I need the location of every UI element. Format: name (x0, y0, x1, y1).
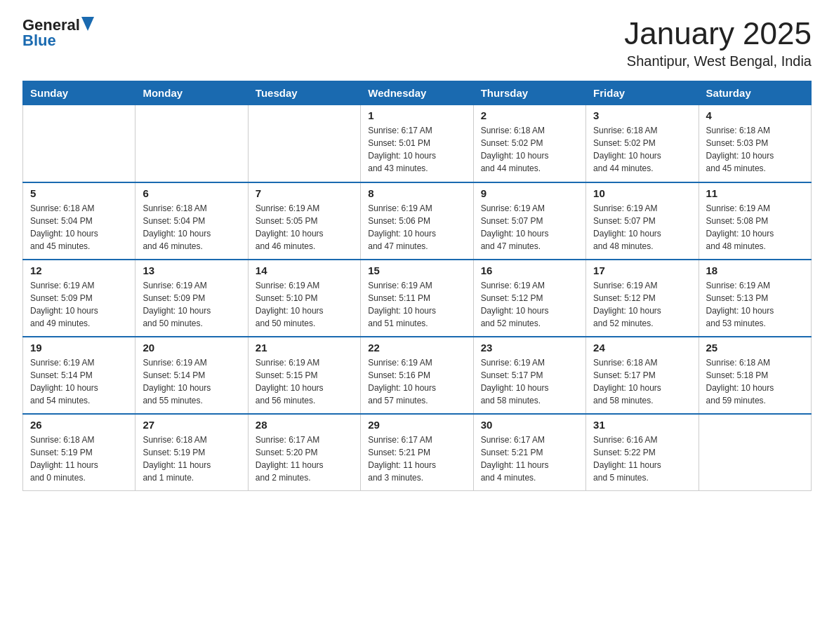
calendar-week-row: 12Sunrise: 6:19 AM Sunset: 5:09 PM Dayli… (23, 260, 812, 337)
calendar-cell: 12Sunrise: 6:19 AM Sunset: 5:09 PM Dayli… (23, 260, 135, 337)
day-header-saturday: Saturday (699, 81, 811, 105)
day-header-friday: Friday (586, 81, 699, 105)
calendar-cell: 29Sunrise: 6:17 AM Sunset: 5:21 PM Dayli… (361, 414, 473, 491)
calendar-cell: 21Sunrise: 6:19 AM Sunset: 5:15 PM Dayli… (248, 337, 360, 414)
day-number: 30 (481, 419, 578, 431)
page-header: General Blue January 2025 Shantipur, Wes… (22, 17, 812, 69)
day-number: 13 (143, 264, 240, 276)
day-info: Sunrise: 6:19 AM Sunset: 5:13 PM Dayligh… (706, 279, 804, 330)
calendar-table: SundayMondayTuesdayWednesdayThursdayFrid… (22, 81, 812, 491)
day-info: Sunrise: 6:19 AM Sunset: 5:09 PM Dayligh… (30, 279, 128, 330)
calendar-cell: 24Sunrise: 6:18 AM Sunset: 5:17 PM Dayli… (586, 337, 699, 414)
calendar-cell: 26Sunrise: 6:18 AM Sunset: 5:19 PM Dayli… (23, 414, 135, 491)
day-number: 24 (593, 342, 691, 354)
day-number: 29 (368, 419, 465, 431)
day-info: Sunrise: 6:18 AM Sunset: 5:18 PM Dayligh… (706, 356, 804, 407)
day-number: 5 (30, 187, 128, 199)
day-number: 8 (368, 187, 465, 199)
calendar-cell: 6Sunrise: 6:18 AM Sunset: 5:04 PM Daylig… (135, 182, 248, 260)
calendar-cell: 28Sunrise: 6:17 AM Sunset: 5:20 PM Dayli… (248, 414, 360, 491)
day-info: Sunrise: 6:18 AM Sunset: 5:19 PM Dayligh… (30, 434, 128, 484)
calendar-header-row: SundayMondayTuesdayWednesdayThursdayFrid… (23, 81, 812, 105)
day-number: 16 (481, 264, 578, 276)
calendar-cell: 18Sunrise: 6:19 AM Sunset: 5:13 PM Dayli… (699, 260, 811, 337)
day-number: 17 (593, 264, 691, 276)
day-info: Sunrise: 6:18 AM Sunset: 5:02 PM Dayligh… (481, 124, 578, 175)
day-info: Sunrise: 6:19 AM Sunset: 5:12 PM Dayligh… (593, 279, 691, 330)
calendar-cell: 4Sunrise: 6:18 AM Sunset: 5:03 PM Daylig… (699, 105, 811, 182)
day-info: Sunrise: 6:19 AM Sunset: 5:10 PM Dayligh… (256, 279, 353, 330)
day-info: Sunrise: 6:19 AM Sunset: 5:16 PM Dayligh… (368, 356, 465, 407)
day-info: Sunrise: 6:19 AM Sunset: 5:11 PM Dayligh… (368, 279, 465, 330)
calendar-cell: 7Sunrise: 6:19 AM Sunset: 5:05 PM Daylig… (248, 182, 360, 260)
day-number: 28 (256, 419, 353, 431)
title-area: January 2025 Shantipur, West Bengal, Ind… (624, 17, 812, 69)
calendar-cell: 10Sunrise: 6:19 AM Sunset: 5:07 PM Dayli… (586, 182, 699, 260)
day-info: Sunrise: 6:17 AM Sunset: 5:21 PM Dayligh… (481, 434, 578, 484)
calendar-cell: 16Sunrise: 6:19 AM Sunset: 5:12 PM Dayli… (473, 260, 585, 337)
calendar-cell: 23Sunrise: 6:19 AM Sunset: 5:17 PM Dayli… (473, 337, 585, 414)
day-info: Sunrise: 6:16 AM Sunset: 5:22 PM Dayligh… (593, 434, 691, 484)
calendar-cell: 30Sunrise: 6:17 AM Sunset: 5:21 PM Dayli… (473, 414, 585, 491)
day-info: Sunrise: 6:19 AM Sunset: 5:14 PM Dayligh… (30, 356, 128, 407)
day-number: 1 (368, 109, 465, 121)
day-number: 4 (706, 109, 804, 121)
day-info: Sunrise: 6:18 AM Sunset: 5:04 PM Dayligh… (30, 202, 128, 253)
calendar-cell: 8Sunrise: 6:19 AM Sunset: 5:06 PM Daylig… (361, 182, 473, 260)
day-number: 25 (706, 342, 804, 354)
calendar-cell: 5Sunrise: 6:18 AM Sunset: 5:04 PM Daylig… (23, 182, 135, 260)
day-number: 3 (593, 109, 691, 121)
calendar-week-row: 1Sunrise: 6:17 AM Sunset: 5:01 PM Daylig… (23, 105, 812, 182)
calendar-cell (699, 414, 811, 491)
day-info: Sunrise: 6:19 AM Sunset: 5:12 PM Dayligh… (481, 279, 578, 330)
day-header-wednesday: Wednesday (361, 81, 473, 105)
day-number: 26 (30, 419, 128, 431)
day-number: 23 (481, 342, 578, 354)
calendar-cell: 9Sunrise: 6:19 AM Sunset: 5:07 PM Daylig… (473, 182, 585, 260)
day-number: 27 (143, 419, 240, 431)
calendar-cell: 13Sunrise: 6:19 AM Sunset: 5:09 PM Dayli… (135, 260, 248, 337)
day-number: 2 (481, 109, 578, 121)
day-number: 14 (256, 264, 353, 276)
calendar-cell: 20Sunrise: 6:19 AM Sunset: 5:14 PM Dayli… (135, 337, 248, 414)
svg-marker-0 (81, 17, 94, 31)
day-number: 6 (143, 187, 240, 199)
calendar-week-row: 26Sunrise: 6:18 AM Sunset: 5:19 PM Dayli… (23, 414, 812, 491)
calendar-cell: 22Sunrise: 6:19 AM Sunset: 5:16 PM Dayli… (361, 337, 473, 414)
calendar-cell: 2Sunrise: 6:18 AM Sunset: 5:02 PM Daylig… (473, 105, 585, 182)
day-info: Sunrise: 6:19 AM Sunset: 5:07 PM Dayligh… (593, 202, 691, 253)
day-info: Sunrise: 6:19 AM Sunset: 5:15 PM Dayligh… (256, 356, 353, 407)
logo-general-text: General (22, 18, 80, 33)
day-info: Sunrise: 6:19 AM Sunset: 5:07 PM Dayligh… (481, 202, 578, 253)
day-info: Sunrise: 6:19 AM Sunset: 5:05 PM Dayligh… (256, 202, 353, 253)
day-number: 20 (143, 342, 240, 354)
calendar-cell: 25Sunrise: 6:18 AM Sunset: 5:18 PM Dayli… (699, 337, 811, 414)
day-info: Sunrise: 6:17 AM Sunset: 5:20 PM Dayligh… (256, 434, 353, 484)
day-info: Sunrise: 6:18 AM Sunset: 5:19 PM Dayligh… (143, 434, 240, 484)
day-info: Sunrise: 6:19 AM Sunset: 5:08 PM Dayligh… (706, 202, 804, 253)
day-info: Sunrise: 6:19 AM Sunset: 5:17 PM Dayligh… (481, 356, 578, 407)
day-header-sunday: Sunday (23, 81, 135, 105)
day-number: 18 (706, 264, 804, 276)
day-header-monday: Monday (135, 81, 248, 105)
calendar-cell: 15Sunrise: 6:19 AM Sunset: 5:11 PM Dayli… (361, 260, 473, 337)
day-info: Sunrise: 6:19 AM Sunset: 5:14 PM Dayligh… (143, 356, 240, 407)
day-number: 12 (30, 264, 128, 276)
calendar-cell: 19Sunrise: 6:19 AM Sunset: 5:14 PM Dayli… (23, 337, 135, 414)
calendar-cell (135, 105, 248, 182)
logo-blue-text: Blue (22, 32, 56, 49)
day-header-thursday: Thursday (473, 81, 585, 105)
logo-triangle-icon (81, 17, 94, 31)
day-info: Sunrise: 6:18 AM Sunset: 5:02 PM Dayligh… (593, 124, 691, 175)
day-number: 9 (481, 187, 578, 199)
calendar-body: 1Sunrise: 6:17 AM Sunset: 5:01 PM Daylig… (23, 105, 812, 491)
day-info: Sunrise: 6:19 AM Sunset: 5:06 PM Dayligh… (368, 202, 465, 253)
day-number: 10 (593, 187, 691, 199)
calendar-cell: 3Sunrise: 6:18 AM Sunset: 5:02 PM Daylig… (586, 105, 699, 182)
calendar-week-row: 5Sunrise: 6:18 AM Sunset: 5:04 PM Daylig… (23, 182, 812, 260)
day-number: 15 (368, 264, 465, 276)
main-title: January 2025 (624, 17, 812, 51)
day-info: Sunrise: 6:17 AM Sunset: 5:01 PM Dayligh… (368, 124, 465, 175)
calendar-cell: 14Sunrise: 6:19 AM Sunset: 5:10 PM Dayli… (248, 260, 360, 337)
day-number: 11 (706, 187, 804, 199)
